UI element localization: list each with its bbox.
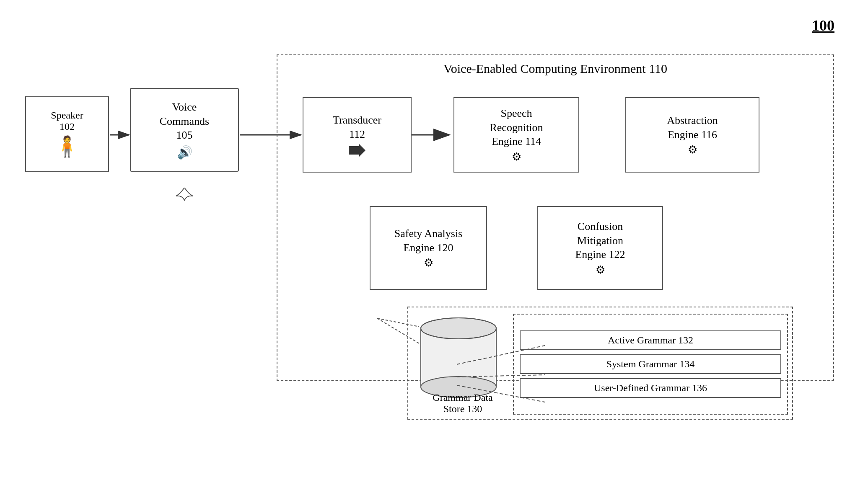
user-defined-grammar-item: User-Defined Grammar 136 <box>520 378 781 398</box>
svg-marker-7 <box>349 144 365 157</box>
transducer-arrow-icon <box>349 144 365 157</box>
voice-commands-shape: VoiceCommands105 🔊 <box>130 88 239 188</box>
ae-icon: ⚙ <box>688 143 697 156</box>
cme-label: ConfusionMitigationEngine 122 <box>575 219 625 262</box>
sae-icon: ⚙ <box>424 256 433 269</box>
speech-bubble-tail <box>168 188 201 206</box>
sae-label: Safety AnalysisEngine 120 <box>394 227 463 255</box>
voice-commands-icon: 🔊 <box>177 145 192 160</box>
system-grammar-item: System Grammar 134 <box>520 354 781 374</box>
voice-commands-label: VoiceCommands105 <box>160 100 209 142</box>
speaker-number: 102 <box>60 121 75 132</box>
cme-icon: ⚙ <box>596 263 605 276</box>
ae-label: AbstractionEngine 116 <box>667 113 718 142</box>
sre-icon: ⚙ <box>512 150 521 163</box>
speech-recognition-box: SpeechRecognitionEngine 114 ⚙ <box>453 97 579 173</box>
vece-outer-box: Voice-Enabled Computing Environment 110 … <box>277 54 834 381</box>
voice-commands-box: VoiceCommands105 🔊 <box>130 88 239 172</box>
abstraction-engine-box: AbstractionEngine 116 ⚙ <box>625 97 759 173</box>
sre-label: SpeechRecognitionEngine 114 <box>490 106 543 149</box>
active-grammar-item: Active Grammar 132 <box>520 330 781 350</box>
speaker-box: Speaker 102 🧍 <box>25 96 109 172</box>
user-defined-grammar-label: User-Defined Grammar 136 <box>594 382 707 393</box>
diagram: 100 Speaker 102 🧍 VoiceCommands105 🔊 <box>0 0 868 503</box>
grammar-items-box: Active Grammar 132 System Grammar 134 Us… <box>513 314 788 415</box>
vece-label: Voice-Enabled Computing Environment 110 <box>277 62 833 76</box>
confusion-mitigation-box: ConfusionMitigationEngine 122 ⚙ <box>537 206 663 290</box>
figure-number: 100 <box>812 17 834 34</box>
transducer-box: Transducer112 <box>303 97 412 173</box>
system-grammar-label: System Grammar 134 <box>606 359 695 369</box>
speaker-icon: 🧍 <box>54 135 80 158</box>
grammar-datastore-label: Grammar DataStore 130 <box>412 392 513 415</box>
transducer-label: Transducer112 <box>333 113 381 142</box>
grammar-outer-box: Grammar DataStore 130 Active Grammar 132… <box>407 307 793 420</box>
database-cylinder <box>417 312 500 404</box>
speaker-label: Speaker <box>51 110 83 121</box>
active-grammar-label: Active Grammar 132 <box>608 335 693 346</box>
safety-analysis-box: Safety AnalysisEngine 120 ⚙ <box>370 206 487 290</box>
